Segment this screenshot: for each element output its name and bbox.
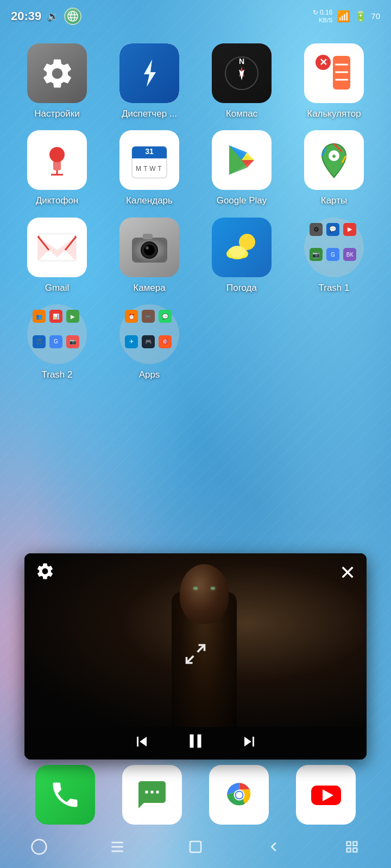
dictaphone-icon-wrap (27, 130, 87, 190)
video-next-button[interactable] (239, 732, 259, 755)
settings-icon-wrap (27, 43, 87, 103)
app-taskman[interactable]: Диспетчер ... (109, 43, 190, 119)
volume-icon: 🔉 (47, 10, 59, 22)
app-maps[interactable]: ● Карты (293, 130, 375, 206)
messages-icon (136, 778, 168, 811)
dock-chrome[interactable] (209, 765, 269, 825)
app-row-4: 👥 📊 ▶ 🎵 G 📷 Trash 2 ⏰ 🎮 💬 ✈ 🎮 (11, 304, 380, 380)
maps-label: Карты (321, 195, 347, 206)
svg-text:31: 31 (145, 147, 154, 156)
weather-icon-wrap (212, 218, 272, 277)
camera-label: Камера (133, 283, 165, 293)
folder-mini-app: ⚙ (310, 223, 323, 236)
folder-mini-app: 🎮 (142, 335, 155, 348)
gmail-label: Gmail (45, 283, 69, 293)
trash2-label: Trash 2 (41, 369, 72, 380)
speed-unit: KB/S (319, 17, 332, 24)
svg-rect-46 (143, 234, 153, 239)
weather-svg-icon (220, 226, 263, 269)
app-apps-folder[interactable]: ⏰ 🎮 💬 ✈ 🎮 🎯 Apps (109, 304, 190, 380)
calendar-icon-wrap: 31 M T W T (119, 130, 179, 190)
speed-indicator: ↻ 0.16 (313, 9, 333, 16)
svg-point-51 (229, 246, 245, 258)
apps-folder-icon: ⏰ 🎮 💬 ✈ 🎮 🎯 (119, 304, 179, 364)
app-gplay[interactable]: Google Play (201, 130, 282, 206)
folder-mini-app: 🎵 (33, 335, 46, 348)
app-calculator[interactable]: ✕ Калькулятор (293, 43, 375, 119)
dock-phone[interactable] (35, 765, 95, 825)
folder-mini-app: ✈ (125, 335, 138, 348)
app-settings[interactable]: Настройки (16, 43, 98, 119)
app-calendar[interactable]: 31 M T W T Календарь (109, 130, 190, 206)
folder-mini-app: G (326, 248, 339, 261)
dock-messages[interactable] (122, 765, 182, 825)
svg-text:W: W (149, 165, 156, 173)
nav-recents-button[interactable] (101, 831, 134, 863)
folder-mini-app: G (49, 335, 62, 348)
dock-youtube[interactable] (296, 765, 356, 825)
svg-marker-5 (144, 60, 156, 87)
app-trash2[interactable]: 👥 📊 ▶ 🎵 G 📷 Trash 2 (16, 304, 98, 380)
svg-point-60 (32, 840, 47, 854)
video-settings-button[interactable] (35, 561, 55, 585)
gmail-icon-wrap (27, 218, 87, 277)
app-compass[interactable]: N Компас (201, 43, 282, 119)
youtube-icon (308, 777, 344, 813)
calendar-svg-icon: 31 M T W T (128, 138, 171, 182)
app-trash1[interactable]: ⚙ 💬 ▶ 📷 G ВК Trash 1 (293, 218, 375, 293)
video-controls (24, 727, 367, 760)
status-time: 20:39 (11, 9, 41, 23)
svg-point-17 (49, 147, 65, 162)
gplay-svg-icon (223, 141, 261, 179)
camera-icon-wrap (119, 218, 179, 277)
svg-text:N: N (239, 57, 244, 66)
battery-charging-icon: 🔋 (355, 10, 367, 22)
video-close-button[interactable]: ✕ (339, 561, 356, 584)
dictaphone-label: Диктофон (36, 195, 79, 206)
calculator-icon-wrap: ✕ (304, 43, 364, 103)
app-row-3: Gmail (11, 218, 380, 293)
settings-gear-icon (40, 56, 75, 91)
dock (0, 765, 391, 825)
svg-point-0 (68, 11, 78, 21)
globe-icon (64, 8, 81, 25)
nav-extra-button[interactable] (336, 831, 368, 863)
app-row-1: Настройки Диспетчер ... N (11, 43, 380, 119)
folder-mini-app: 💬 (326, 223, 339, 236)
calendar-label: Календарь (126, 195, 173, 206)
maps-svg-icon: ● (312, 138, 356, 182)
svg-point-45 (146, 246, 149, 250)
svg-point-10 (240, 72, 243, 75)
video-prev-button[interactable] (132, 732, 152, 755)
video-scene (24, 553, 367, 727)
phone-icon (49, 778, 81, 811)
nav-back-button[interactable] (257, 831, 290, 863)
app-dictaphone[interactable]: Диктофон (16, 130, 98, 206)
video-player[interactable]: ✕ (24, 553, 367, 760)
folder-mini-app: 👥 (33, 310, 46, 323)
folder-mini-app: ▶ (66, 310, 79, 323)
app-row-2: Диктофон 31 M T W T Календарь (11, 130, 380, 206)
app-camera[interactable]: Камера (109, 218, 190, 293)
gplay-label: Google Play (217, 195, 267, 206)
svg-point-57 (236, 792, 242, 798)
calculator-label: Калькулятор (307, 108, 361, 119)
app-weather[interactable]: Погода (201, 218, 282, 293)
gplay-icon-wrap (212, 130, 272, 190)
nav-home-button[interactable] (23, 831, 55, 863)
status-bar: 20:39 🔉 ↻ 0.16 KB/S 📶 🔋 70 (0, 0, 391, 33)
folder-mini-app: ВК (343, 248, 356, 261)
svg-line-53 (187, 656, 194, 663)
taskman-icon-wrap (119, 43, 179, 103)
video-content: ✕ (24, 553, 367, 760)
compass-label: Компас (226, 108, 257, 119)
compass-svg-icon: N (223, 54, 261, 92)
nav-square-button[interactable] (179, 831, 212, 863)
video-expand-button[interactable] (184, 642, 207, 671)
folder-mini-app: ▶ (343, 223, 356, 236)
camera-svg-icon (129, 229, 170, 265)
app-gmail[interactable]: Gmail (16, 218, 98, 293)
maps-icon-wrap: ● (304, 130, 364, 190)
video-pause-button[interactable] (184, 730, 207, 757)
folder-mini-app: 📷 (66, 335, 79, 348)
